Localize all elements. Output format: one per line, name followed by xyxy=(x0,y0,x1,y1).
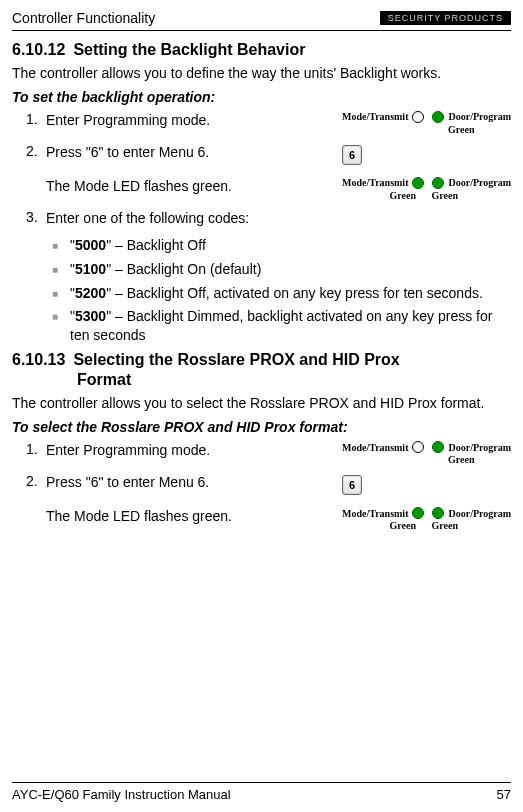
footer-manual: AYC-E/Q60 Family Instruction Manual xyxy=(12,787,231,802)
section-heading: 6.10.12Setting the Backlight Behavior xyxy=(12,41,511,59)
list-item: ■ "5100" – Backlight On (default) xyxy=(12,260,511,279)
list-item: ■ "5300" – Backlight Dimmed, backlight a… xyxy=(12,307,511,345)
bullet-icon: ■ xyxy=(52,288,70,299)
step-number: 2. xyxy=(12,473,46,489)
procedure-title: To select the Rosslare PROX and HID Prox… xyxy=(12,419,511,435)
list-item: ■ "5200" – Backlight Off, activated on a… xyxy=(12,284,511,303)
bullet-icon: ■ xyxy=(52,264,70,275)
footer-page: 57 xyxy=(497,787,511,802)
led-diagram: Mode/Transmit Door/Program GreenGreen xyxy=(342,507,511,531)
led-green-icon xyxy=(432,507,444,519)
step-number: 1. xyxy=(12,111,46,127)
step-text: Press "6" to enter Menu 6. xyxy=(46,143,209,162)
section-heading: 6.10.13Selecting the Rosslare PROX and H… xyxy=(12,351,511,369)
intro-text: The controller allows you to select the … xyxy=(12,394,511,413)
header-title: Controller Functionality xyxy=(12,10,155,26)
step-number: 1. xyxy=(12,441,46,457)
step-row: 2. Press "6" to enter Menu 6. 6 xyxy=(12,143,511,169)
step-note: The Mode LED flashes green. xyxy=(46,507,232,526)
step-text: Press "6" to enter Menu 6. xyxy=(46,473,209,492)
keypad-6-icon: 6 xyxy=(342,145,362,165)
led-green-icon xyxy=(432,441,444,453)
led-green-icon xyxy=(412,177,424,189)
led-green-icon xyxy=(432,177,444,189)
led-empty-icon xyxy=(412,441,424,453)
step-row: 1. Enter Programming mode. Mode/Transmit… xyxy=(12,441,511,465)
step-row: 3. Enter one of the following codes: xyxy=(12,209,511,228)
step-row: 2. Press "6" to enter Menu 6. 6 xyxy=(12,473,511,499)
step-text: Enter one of the following codes: xyxy=(46,209,249,228)
step-row: 1. Enter Programming mode. Mode/Transmit… xyxy=(12,111,511,135)
led-empty-icon xyxy=(412,111,424,123)
step-text: Enter Programming mode. xyxy=(46,441,210,460)
section-heading-cont: Format xyxy=(12,371,511,389)
list-item: ■ "5000" – Backlight Off xyxy=(12,236,511,255)
bullet-icon: ■ xyxy=(52,240,70,251)
step-text: Enter Programming mode. xyxy=(46,111,210,130)
step-number: 2. xyxy=(12,143,46,159)
brand-logo: SECURITY PRODUCTS xyxy=(380,11,511,25)
intro-text: The controller allows you to define the … xyxy=(12,64,511,83)
bullet-icon: ■ xyxy=(52,311,70,322)
procedure-title: To set the backlight operation: xyxy=(12,89,511,105)
step-row: The Mode LED flashes green. Mode/Transmi… xyxy=(12,177,511,201)
led-diagram: Mode/Transmit Door/Program GreenGreen xyxy=(342,177,511,201)
page-header: Controller Functionality SECURITY PRODUC… xyxy=(12,10,511,31)
step-note: The Mode LED flashes green. xyxy=(46,177,232,196)
step-row: The Mode LED flashes green. Mode/Transmi… xyxy=(12,507,511,531)
led-green-icon xyxy=(432,111,444,123)
keypad-6-icon: 6 xyxy=(342,475,362,495)
page-footer: AYC-E/Q60 Family Instruction Manual 57 xyxy=(12,782,511,802)
led-diagram: Mode/Transmit Door/Program Green xyxy=(342,111,511,135)
led-green-icon xyxy=(412,507,424,519)
led-diagram: Mode/Transmit Door/Program Green xyxy=(342,441,511,465)
step-number: 3. xyxy=(12,209,46,225)
